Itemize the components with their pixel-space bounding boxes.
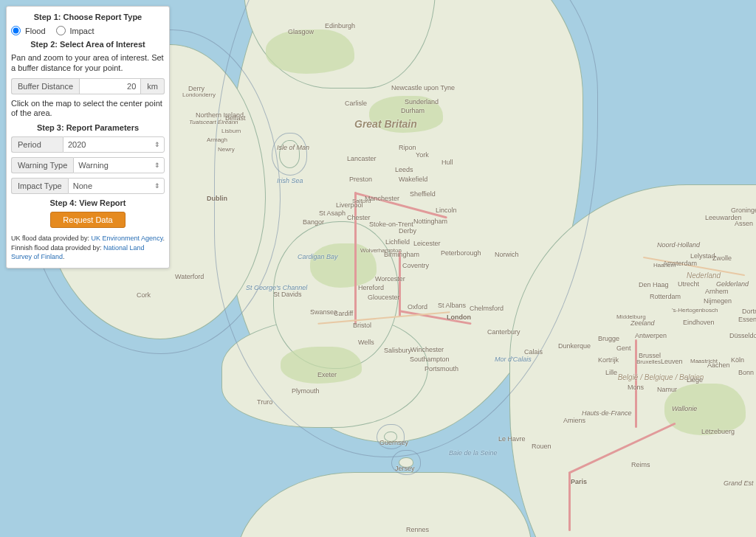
buffer-unit: km	[141, 78, 165, 94]
credit-uk-prefix: UK flood data provided by:	[11, 235, 92, 242]
terrain	[310, 243, 377, 288]
road	[399, 251, 401, 317]
step1-heading: Step 1: Choose Report Type	[11, 13, 165, 21]
coast-buffer-guernsey	[377, 424, 405, 449]
terrain	[281, 347, 362, 384]
credit-uk-link[interactable]: UK Environment Agency	[92, 235, 163, 242]
impact-row: Impact Type None ⇕	[11, 178, 165, 194]
report-panel: Step 1: Choose Report Type Flood Impact …	[6, 6, 170, 268]
radio-impact-label[interactable]: Impact	[70, 27, 94, 35]
road	[354, 192, 357, 325]
period-select[interactable]: 2020	[63, 136, 165, 153]
map-viewport[interactable]: Great Britain Nederland België / Belgiqu…	[0, 0, 756, 537]
period-label: Period	[11, 136, 63, 153]
step2-heading: Step 2: Select Area of Interest	[11, 40, 165, 49]
impact-label: Impact Type	[11, 178, 68, 194]
credit-fi-prefix: Finnish flood data provided by:	[11, 244, 103, 252]
warning-type-select[interactable]: Warning	[73, 157, 165, 173]
warning-row: Warning Type Warning ⇕	[11, 157, 165, 173]
warning-label: Warning Type	[11, 157, 73, 173]
credits: UK flood data provided by: UK Environmen…	[11, 234, 165, 262]
period-row: Period 2020 ⇕	[11, 136, 165, 153]
buffer-distance-group: Buffer Distance km	[11, 78, 165, 94]
report-type-row: Flood Impact	[11, 26, 165, 35]
radio-flood-label[interactable]: Flood	[25, 27, 46, 35]
coast-buffer-jersey	[391, 450, 421, 475]
step3-heading: Step 3: Report Parameters	[11, 123, 165, 132]
radio-impact[interactable]	[56, 26, 66, 35]
terrain	[369, 96, 443, 133]
request-data-button[interactable]: Request Data	[50, 212, 125, 228]
radio-flood[interactable]	[11, 26, 21, 35]
coast-buffer-iom	[272, 133, 307, 176]
step4-heading: Step 4: View Report	[11, 198, 165, 207]
terrain	[266, 30, 354, 74]
road	[568, 472, 571, 531]
step2-help1: Pan and zoom to your area of interest. S…	[11, 53, 165, 74]
road	[635, 339, 637, 428]
buffer-distance-input[interactable]	[79, 78, 141, 94]
buffer-label: Buffer Distance	[11, 78, 79, 94]
terrain	[664, 384, 746, 435]
step2-help2: Click on the map to select the center po…	[11, 99, 165, 119]
impact-type-select[interactable]: None	[68, 178, 165, 194]
